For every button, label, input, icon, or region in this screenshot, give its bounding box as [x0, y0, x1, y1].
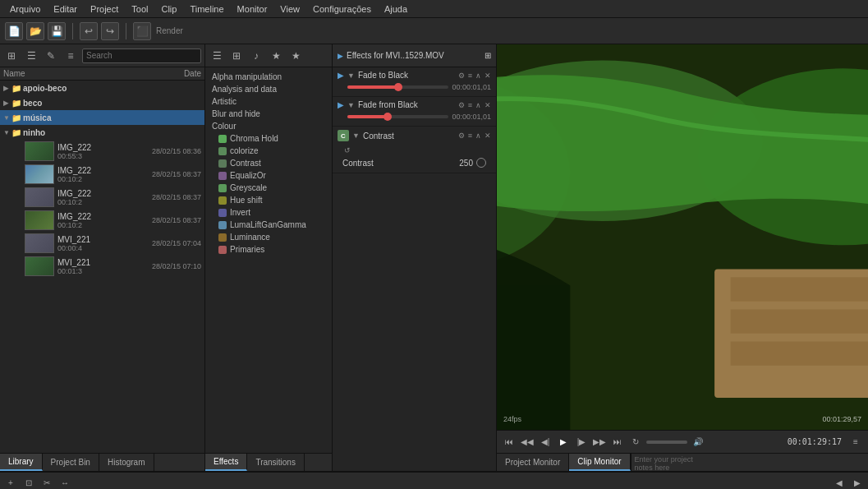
transport-step-back-button[interactable]: ◀| [538, 435, 553, 450]
effect-slider-handle[interactable] [383, 113, 392, 121]
clip-info: IMG_222 00:10:2 [57, 189, 127, 206]
contrast-delete-icon[interactable]: ✕ [485, 131, 491, 140]
menu-tool[interactable]: Tool [125, 2, 154, 16]
effect-slider-handle[interactable] [394, 83, 402, 91]
tab-project-bin[interactable]: Project Bin [43, 454, 99, 471]
view-toggle-button[interactable]: ☰ [23, 48, 39, 64]
tree-folder-ninho[interactable]: ▼ 📁 ninho [0, 125, 204, 140]
tab-project-monitor[interactable]: Project Monitor [497, 454, 569, 471]
effect-enable-icon[interactable]: ▶ [338, 71, 344, 80]
effects-category-artistic[interactable]: Artistic [205, 95, 332, 108]
tl-spacer-btn[interactable]: ↔ [57, 476, 72, 490]
effects-category-alpha[interactable]: Alpha manipulation [205, 71, 332, 83]
tl-snap-btn[interactable]: ⊡ [21, 476, 36, 490]
menu-project[interactable]: Project [84, 2, 125, 16]
menu-view[interactable]: View [273, 2, 306, 16]
effects-item-label: EqualizOr [230, 171, 266, 180]
effects-fav-btn[interactable]: ★ [268, 48, 284, 64]
effects-category-colour[interactable]: Colour [205, 120, 332, 132]
effects-item-greyscale[interactable]: Greyscale [205, 182, 332, 194]
menu-clip[interactable]: Clip [154, 2, 183, 16]
tl-next-btn[interactable]: ▶ [850, 476, 865, 490]
tab-library[interactable]: Library [0, 454, 43, 471]
transport-play-button[interactable]: ▶ [556, 435, 571, 450]
menu-configuracoes[interactable]: Configurações [306, 2, 378, 16]
tl-prev-btn[interactable]: ◀ [832, 476, 847, 490]
effects-item-primaries[interactable]: Primaries [205, 243, 332, 256]
menu-ajuda[interactable]: Ajuda [378, 2, 414, 16]
tree-clip-mvi221-2[interactable]: MVI_221 00:01:3 28/02/15 07:10 [0, 255, 204, 278]
volume-slider[interactable] [646, 441, 687, 444]
tree-clip-mvi221-1[interactable]: MVI_221 00:00:4 28/02/15 07:04 [0, 232, 204, 255]
timecode-menu-button[interactable]: ≡ [848, 435, 863, 450]
contrast-reset-icon[interactable] [476, 158, 486, 168]
effect-enable-icon[interactable]: ▶ [338, 100, 344, 109]
effects-item-invert[interactable]: Invert [205, 206, 332, 219]
menu-timeline[interactable]: Timeline [183, 2, 230, 16]
effects-item-luminance[interactable]: Luminance [205, 231, 332, 243]
effects-category-analysis[interactable]: Analysis and data [205, 83, 332, 95]
redo-button[interactable]: ↪ [101, 22, 119, 40]
tl-add-track-btn[interactable]: + [3, 476, 18, 490]
transport-rewind-button[interactable]: ◀◀ [520, 435, 535, 450]
effects-filter-btn[interactable]: ★ [287, 48, 304, 64]
effects-item-hueshift[interactable]: Hue shift [205, 194, 332, 206]
effect-settings-icon[interactable]: ⚙ [458, 101, 465, 109]
new-button[interactable]: 📄 [5, 22, 23, 40]
tab-effects[interactable]: Effects [205, 454, 247, 471]
effect-menu-icon[interactable]: ≡ [468, 101, 472, 109]
tree-folder-beco[interactable]: ▶ 📁 beco [0, 95, 204, 110]
add-clip-button[interactable]: ⊞ [3, 48, 20, 64]
menu-editar[interactable]: Editar [47, 2, 84, 16]
tab-clip-monitor[interactable]: Clip Monitor [569, 454, 630, 471]
effect-menu-icon[interactable]: ≡ [468, 72, 472, 80]
tab-histogram[interactable]: Histogram [99, 454, 154, 471]
tree-clip-img222-4[interactable]: IMG_222 00:10:2 28/02/15 08:37 [0, 209, 204, 232]
effect-collapse-icon[interactable]: ∧ [475, 101, 481, 109]
effects-audio-btn[interactable]: ♪ [248, 48, 264, 64]
volume-icon[interactable]: 🔊 [691, 435, 705, 450]
panel-menu-button[interactable]: ≡ [62, 48, 79, 64]
effects-list-btn[interactable]: ☰ [209, 48, 225, 64]
contrast-collapse-icon[interactable]: ∧ [475, 131, 481, 140]
tl-razor-btn[interactable]: ✂ [39, 476, 54, 490]
undo-button[interactable]: ↩ [80, 22, 98, 40]
effect-slider[interactable] [347, 85, 448, 89]
tree-clip-img222-1[interactable]: IMG_222 00:55:3 28/02/15 08:36 [0, 140, 204, 163]
clip-info: MVI_221 00:01:3 [57, 258, 127, 275]
effects-item-lumalift[interactable]: LumaLiftGanGamma [205, 219, 332, 231]
menu-arquivo[interactable]: Arquivo [3, 2, 47, 16]
effects-item-equalizor[interactable]: EqualizOr [205, 169, 332, 182]
transport-ff-button[interactable]: ▶▶ [592, 435, 607, 450]
transport-next-button[interactable]: ⏭ [610, 435, 625, 450]
save-button[interactable]: 💾 [48, 22, 66, 40]
effects-grid-btn[interactable]: ⊞ [228, 48, 245, 64]
effects-item-colorize[interactable]: colorize [205, 145, 332, 157]
effect-delete-icon[interactable]: ✕ [485, 72, 491, 80]
contrast-menu-icon[interactable]: ≡ [468, 131, 472, 140]
transport-step-fwd-button[interactable]: |▶ [574, 435, 589, 450]
menu-monitor[interactable]: Monitor [231, 2, 274, 16]
loop-button[interactable]: ↻ [628, 435, 643, 450]
effects-category-blur[interactable]: Blur and hide [205, 108, 332, 120]
tree-clip-img222-2[interactable]: IMG_222 00:10:2 28/02/15 08:37 [0, 163, 204, 186]
search-input[interactable] [82, 48, 201, 63]
open-button[interactable]: 📂 [26, 22, 44, 40]
effects-item-chroma[interactable]: Chroma Hold [205, 132, 332, 145]
effect-slider[interactable] [347, 115, 448, 118]
effect-delete-icon[interactable]: ✕ [485, 101, 491, 109]
left-panel: ⊞ ☰ ✎ ≡ Name Date ▶ 📁 apoio-beco ▶ 📁 bec… [0, 44, 205, 471]
capture-button[interactable]: ⬛ [133, 22, 151, 40]
edit-clip-button[interactable]: ✎ [43, 48, 59, 64]
effects-expand-btn[interactable]: ⊞ [485, 51, 491, 60]
tree-folder-apoio-beco[interactable]: ▶ 📁 apoio-beco [0, 81, 204, 95]
tree-clip-img222-3[interactable]: IMG_222 00:10:2 28/02/15 08:37 [0, 186, 204, 209]
effect-collapse-icon[interactable]: ∧ [475, 72, 481, 80]
tree-folder-musica[interactable]: ▼ 📁 música [0, 110, 204, 125]
contrast-settings-icon[interactable]: ⚙ [458, 131, 465, 140]
transport-prev-button[interactable]: ⏮ [502, 435, 517, 450]
tab-transitions[interactable]: Transitions [247, 454, 305, 471]
effects-item-contrast[interactable]: Contrast [205, 157, 332, 169]
effect-settings-icon[interactable]: ⚙ [458, 72, 465, 80]
contrast-refresh[interactable]: ↺ [344, 145, 491, 156]
